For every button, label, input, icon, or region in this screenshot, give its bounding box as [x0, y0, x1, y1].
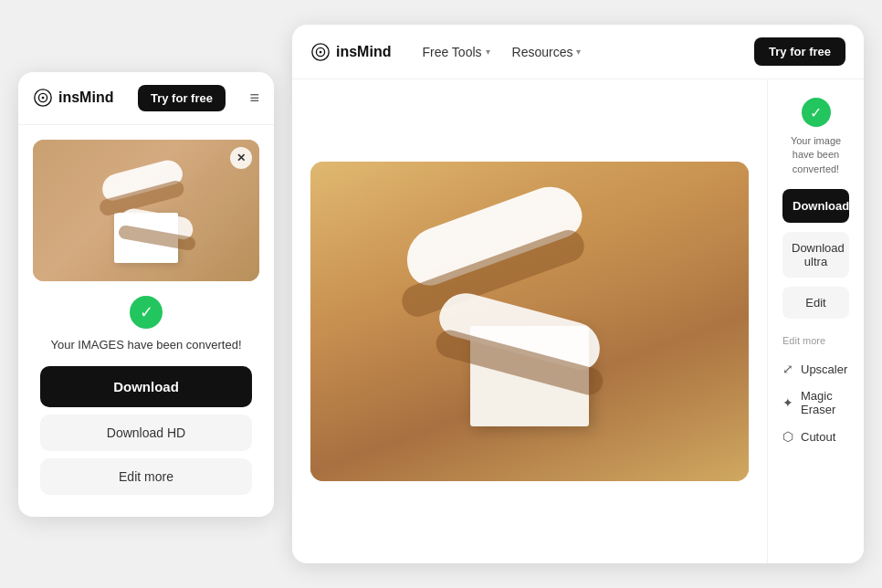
image-preview-card: ✕	[33, 140, 259, 281]
nav-resources[interactable]: Resources ▾	[503, 39, 591, 65]
cutout-icon: ⬡	[782, 429, 793, 444]
sidebar-download-hd-button[interactable]: Download ultra	[782, 232, 849, 278]
left-logo: insMind	[33, 88, 113, 108]
left-panel: insMind Try for free ≡ ✕ ✓ Your IMAGES h…	[18, 72, 274, 517]
svg-point-5	[320, 50, 322, 53]
sidebar-success: ✓ Your image have been converted!	[782, 98, 849, 176]
free-tools-label: Free Tools	[422, 45, 481, 59]
right-sidebar: ✓ Your image have been converted! Downlo…	[767, 79, 864, 563]
success-icon: ✓	[130, 296, 163, 329]
left-content: ✕ ✓ Your IMAGES have been converted! Dow…	[18, 125, 274, 517]
right-nav: insMind Free Tools ▾ Resources ▾ Try for…	[292, 25, 864, 79]
cutout-label: Cutout	[801, 430, 835, 444]
sidebar-success-text: Your image have been converted!	[782, 134, 849, 176]
free-tools-chevron: ▾	[486, 47, 490, 57]
try-free-button[interactable]: Try for free	[138, 85, 226, 111]
right-panel: insMind Free Tools ▾ Resources ▾ Try for…	[292, 25, 864, 563]
right-main: ✓ Your image have been converted! Downlo…	[292, 79, 864, 563]
upscaler-icon: ⤢	[782, 362, 793, 376]
resources-chevron: ▾	[576, 47, 581, 57]
svg-point-2	[42, 97, 45, 100]
download-hd-button[interactable]: Download HD	[40, 415, 252, 451]
nav-free-tools[interactable]: Free Tools ▾	[413, 39, 499, 65]
upscaler-label: Upscaler	[801, 362, 847, 376]
sandal-preview-image	[33, 140, 259, 281]
left-logo-text: insMind	[58, 89, 113, 106]
download-button[interactable]: Download	[40, 366, 252, 407]
right-try-free-button[interactable]: Try for free	[754, 37, 845, 66]
nav-links: Free Tools ▾ Resources ▾	[413, 39, 590, 65]
sidebar-download-button[interactable]: Download	[782, 189, 849, 223]
edit-more-section: Edit more ⤢ Upscaler ✦ Magic Eraser ⬡ Cu…	[782, 335, 849, 450]
close-button[interactable]: ✕	[230, 147, 252, 169]
sidebar-success-icon: ✓	[802, 98, 831, 127]
left-nav: insMind Try for free ≡	[18, 72, 274, 125]
edit-more-button[interactable]: Edit more	[40, 458, 252, 495]
right-logo-icon	[310, 42, 331, 62]
magic-eraser-tool[interactable]: ✦ Magic Eraser	[782, 383, 849, 423]
hamburger-icon[interactable]: ≡	[249, 89, 259, 108]
right-logo-text: insMind	[336, 44, 391, 60]
upscaler-tool[interactable]: ⤢ Upscaler	[782, 355, 849, 383]
right-logo: insMind	[310, 42, 391, 62]
resources-label: Resources	[512, 45, 573, 59]
magic-eraser-icon: ✦	[782, 395, 793, 410]
main-image-container	[310, 162, 749, 481]
cutout-tool[interactable]: ⬡ Cutout	[782, 423, 849, 450]
edit-more-title: Edit more	[782, 335, 849, 346]
success-section: ✓ Your IMAGES have been converted! Downl…	[33, 281, 259, 502]
success-message: Your IMAGES have been converted!	[40, 338, 252, 352]
logo-icon	[33, 88, 53, 108]
magic-eraser-label: Magic Eraser	[801, 389, 849, 416]
sidebar-edit-button[interactable]: Edit	[782, 287, 849, 319]
image-area	[292, 79, 767, 563]
